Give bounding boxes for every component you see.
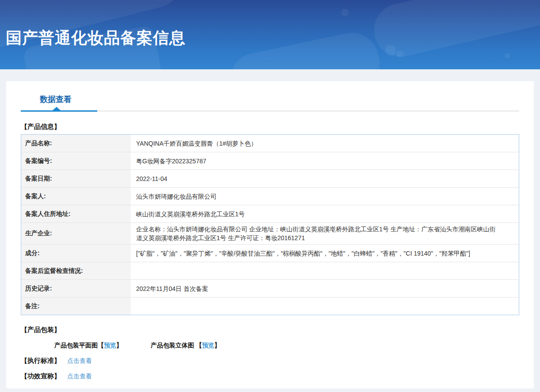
section-heading-efficacy: 【功效宣称】 [21,372,61,381]
row-value-registrant: 汕头市妍琦娜化妆品有限公司 [131,188,519,205]
row-value-ingredients: ["矿脂"，"矿油"，"聚异丁烯"，"辛酸/癸酸甘油三酯"，"棕榈酸异丙酯"，"… [131,245,519,262]
row-label-remarks: 备注: [21,298,131,315]
row-label-history: 历史记录: [21,280,131,297]
row-value-registrant-address: 峡山街道义英崩溪墘桥外路北工业区1号 [131,205,519,222]
row-label-record-number: 备案编号: [21,152,131,170]
table-row: 生产企业: 企业名称：汕头市妍琦娜化妆品有限公司 企业地址：峡山街道义英崩溪墘桥… [21,223,519,245]
table-row: 备案人: 汕头市妍琦娜化妆品有限公司 [21,188,519,205]
page-title: 国产普通化妆品备案信息 [6,27,186,49]
packaging-flat-item: 产品包装平面图【预览】 [54,342,122,350]
header-decoration-dot [385,45,396,56]
row-value-product-name: YANQINA千娇百媚温变唇膏（1#胡萝卜色） [131,135,519,152]
header-decoration-dot [505,53,510,58]
table-row: 备案编号: 粤G妆网备字2022325787 [21,152,519,170]
row-label-registrant: 备案人: [21,188,131,205]
table-row: 成分: ["矿脂"，"矿油"，"聚异丁烯"，"辛酸/癸酸甘油三酯"，"棕榈酸异丙… [21,245,519,262]
efficacy-line: 【功效宣称】 点击查看 [21,372,519,381]
tab-underline-track [21,110,519,112]
row-label-manufacturer: 生产企业: [21,223,131,244]
packaging-3d-item: 产品包装立体图 【预览】 [151,342,221,350]
bracket-open: 【 [196,342,202,349]
header-decoration-dot [341,9,349,16]
row-label-product-name: 产品名称: [21,135,131,152]
row-value-record-number: 粤G妆网备字2022325787 [131,152,519,170]
table-row: 历史记录: 2022年11月04日 首次备案 [21,280,519,298]
section-heading-packaging: 【产品包装】 [21,326,519,334]
bracket-close: 】 [214,342,221,349]
row-label-supervision: 备案后监督检查情况: [21,262,131,279]
tab-active-underline [21,110,97,112]
packaging-flat-preview-link[interactable]: 预览 [104,342,116,349]
packaging-3d-label: 产品包装立体图 [151,342,196,349]
packaging-3d-preview-link[interactable]: 预览 [202,342,214,349]
bracket-close: 】 [116,342,122,349]
table-row: 备案后监督检查情况: [21,262,519,280]
efficacy-view-link[interactable]: 点击查看 [67,373,92,381]
row-label-record-date: 备案日期: [21,170,131,187]
row-label-ingredients: 成分: [21,245,131,262]
tab-active-caret [53,107,61,110]
bracket-open: 【 [98,342,104,349]
packaging-row: 产品包装平面图【预览】 产品包装立体图 【预览】 [54,342,519,350]
content-card: 数据查看 【产品信息】 产品名称: YANQINA千娇百媚温变唇膏（1#胡萝卜色… [6,81,534,388]
row-label-registrant-address: 备案人住所地址: [21,205,131,222]
table-row: 备案人住所地址: 峡山街道义英崩溪墘桥外路北工业区1号 [21,205,519,223]
tab-data-view[interactable]: 数据查看 [40,94,72,105]
row-value-remarks [131,298,519,315]
header-decoration [225,28,384,69]
product-info-table: 产品名称: YANQINA千娇百媚温变唇膏（1#胡萝卜色） 备案编号: 粤G妆网… [21,134,519,315]
row-value-manufacturer: 企业名称：汕头市妍琦娜化妆品有限公司 企业地址：峡山街道义英崩溪墘桥外路北工业区… [131,223,519,244]
standard-view-link[interactable]: 点击查看 [67,357,92,365]
standard-line: 【执行标准】 点击查看 [21,357,519,365]
row-value-history: 2022年11月04日 首次备案 [131,280,519,297]
table-row: 产品名称: YANQINA千娇百媚温变唇膏（1#胡萝卜色） [21,135,519,152]
row-value-supervision [131,262,519,279]
packaging-flat-label: 产品包装平面图 [54,342,98,349]
header-decoration-dot [396,50,403,57]
table-row: 备案日期: 2022-11-04 [21,170,519,188]
header-banner: 国产普通化妆品备案信息 [0,0,540,69]
row-value-record-date: 2022-11-04 [131,170,519,187]
table-row: 备注: [21,298,519,315]
section-heading-product-info: 【产品信息】 [21,123,519,131]
section-heading-standard: 【执行标准】 [21,357,61,365]
tab-bar: 数据查看 [21,81,519,112]
